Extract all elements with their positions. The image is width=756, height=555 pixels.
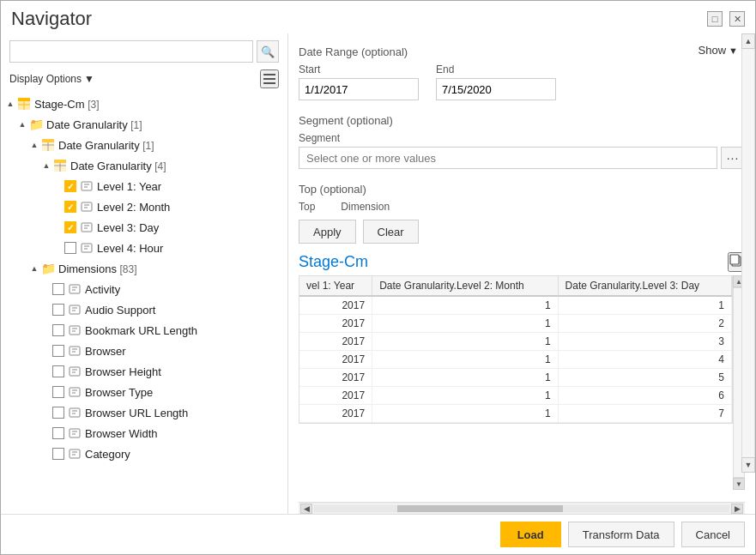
tree-item-dimensions[interactable]: ▲ 📁 Dimensions [83] — [1, 258, 287, 279]
tree-item-activity[interactable]: Activity — [1, 279, 287, 299]
show-label: Show — [699, 44, 727, 57]
svg-rect-8 — [42, 139, 54, 142]
checkbox-category[interactable] — [52, 448, 64, 460]
tree-item-level-month[interactable]: Level 2: Month — [1, 196, 287, 217]
table-row: 201716 — [299, 387, 732, 405]
checkbox-level-hour[interactable] — [64, 242, 76, 254]
field-icon — [79, 199, 94, 214]
cell-month: 1 — [372, 405, 558, 423]
tree-item-browser-type[interactable]: Browser Type — [1, 382, 287, 402]
checkbox-browser-type[interactable] — [52, 386, 64, 398]
field-icon — [67, 281, 82, 297]
svg-rect-12 — [54, 160, 66, 163]
browser-height-label: Browser Height — [85, 365, 161, 378]
checkbox-level-day[interactable] — [64, 221, 76, 233]
scroll-right-button[interactable]: ▶ — [731, 504, 743, 514]
table-row: 201717 — [299, 405, 732, 423]
svg-rect-45 — [70, 408, 80, 417]
display-options-button[interactable]: Display Options ▼ — [9, 73, 94, 85]
cell-month: 1 — [372, 333, 558, 351]
stage-cm-label: Stage-Cm [3] — [34, 98, 99, 111]
search-input[interactable] — [9, 40, 253, 63]
search-button[interactable]: 🔍 — [257, 40, 279, 63]
transform-data-button[interactable]: Transform Data — [568, 522, 674, 547]
tree-item-level-day[interactable]: Level 3: Day — [1, 217, 287, 238]
browser-width-label: Browser Width — [85, 427, 158, 440]
tree-item-browser-url-length[interactable]: Browser URL Length — [1, 402, 287, 423]
expand-icon: ▲ — [28, 264, 40, 273]
date-range-row: Start End — [299, 63, 745, 100]
minimize-button[interactable]: □ — [707, 11, 723, 27]
horiz-scroll-track — [314, 505, 729, 512]
field-icon — [67, 384, 82, 400]
scroll-track — [741, 49, 755, 457]
checkbox-bookmark-url[interactable] — [52, 324, 64, 336]
audio-support-label: Audio Support — [85, 304, 155, 317]
display-options-label: Display Options — [9, 73, 82, 85]
tree-item-category[interactable]: Category — [1, 443, 287, 464]
scroll-down-button[interactable]: ▼ — [741, 457, 755, 473]
checkbox-activity[interactable] — [52, 283, 64, 295]
start-date-group: Start — [299, 63, 419, 100]
top-label: Top — [299, 201, 315, 213]
tree-item-date-gran-2[interactable]: ▲ Date Granularity [1] — [1, 135, 287, 155]
expand-icon: ▲ — [40, 161, 52, 170]
apply-button[interactable]: Apply — [299, 220, 356, 244]
tree-item-date-gran-4[interactable]: ▲ Date Granularity [4] — [1, 155, 287, 176]
checkbox-browser-url-length[interactable] — [52, 407, 64, 419]
field-icon — [79, 240, 94, 256]
start-date-input[interactable] — [299, 78, 419, 100]
table-icon — [52, 158, 68, 173]
checkbox-browser-width[interactable] — [52, 427, 64, 439]
scroll-left-button[interactable]: ◀ — [300, 504, 312, 514]
bottom-bar: Load Transform Data Cancel — [1, 514, 755, 554]
svg-rect-27 — [70, 285, 80, 293]
tree-item-browser-height[interactable]: Browser Height — [1, 361, 287, 382]
segment-input[interactable] — [299, 147, 717, 169]
tree-container[interactable]: ▲ Stage-Cm [3] ▲ 📁 Date Granularity [1] … — [1, 92, 287, 514]
scroll-up-button[interactable]: ▲ — [741, 33, 755, 49]
tree-item-level-year[interactable]: Level 1: Year — [1, 176, 287, 196]
left-panel: 🔍 Display Options ▼ — [1, 33, 288, 514]
cell-month: 1 — [372, 351, 558, 369]
tree-item-level-hour[interactable]: Level 4: Hour — [1, 238, 287, 258]
table-header-row: vel 1: Year Date Granularity.Level 2: Mo… — [299, 276, 732, 296]
table-row: 201712 — [299, 315, 732, 333]
checkbox-browser-height[interactable] — [52, 365, 64, 377]
cell-month: 1 — [372, 387, 558, 405]
end-date-input[interactable] — [436, 78, 556, 100]
tree-item-browser-width[interactable]: Browser Width — [1, 423, 287, 443]
dimensions-label: Dimensions [83] — [58, 262, 137, 275]
tree-item-date-gran-1[interactable]: ▲ 📁 Date Granularity [1] — [1, 114, 287, 135]
svg-rect-51 — [70, 449, 80, 458]
top-section-label: Top (optional) — [299, 183, 745, 196]
table-scroll-down[interactable]: ▼ — [733, 478, 745, 490]
close-button[interactable]: ✕ — [729, 11, 745, 27]
checkbox-audio-support[interactable] — [52, 304, 64, 316]
right-scrollbar: ▲ ▼ — [741, 33, 755, 473]
load-button[interactable]: Load — [500, 522, 561, 547]
field-icon — [67, 425, 82, 441]
list-icon — [263, 72, 276, 86]
checkbox-level-month[interactable] — [64, 201, 76, 213]
cancel-button[interactable]: Cancel — [681, 522, 745, 547]
cell-month: 1 — [372, 315, 558, 333]
search-bar: 🔍 — [1, 33, 287, 66]
date-range-label: Date Range (optional) — [299, 45, 745, 58]
date-gran-2-label: Date Granularity [1] — [58, 139, 154, 152]
tree-item-stage-cm[interactable]: ▲ Stage-Cm [3] — [1, 94, 287, 114]
category-label: Category — [85, 448, 130, 461]
checkbox-browser[interactable] — [52, 345, 64, 357]
clear-button[interactable]: Clear — [363, 220, 419, 244]
tree-item-audio-support[interactable]: Audio Support — [1, 299, 287, 320]
tree-item-browser[interactable]: Browser — [1, 341, 287, 361]
checkbox-level-year[interactable] — [64, 180, 76, 192]
browser-url-length-label: Browser URL Length — [85, 407, 188, 419]
navigator-dialog: Navigator □ ✕ 🔍 Display Options ▼ — [0, 0, 756, 555]
tree-item-bookmark-url[interactable]: Bookmark URL Length — [1, 320, 287, 341]
display-options-chevron: ▼ — [84, 73, 94, 85]
cell-year: 2017 — [299, 351, 372, 369]
tree-view-toggle[interactable] — [260, 69, 279, 88]
svg-rect-39 — [70, 367, 80, 376]
horizontal-scrollbar: ◀ ▶ — [299, 502, 745, 514]
